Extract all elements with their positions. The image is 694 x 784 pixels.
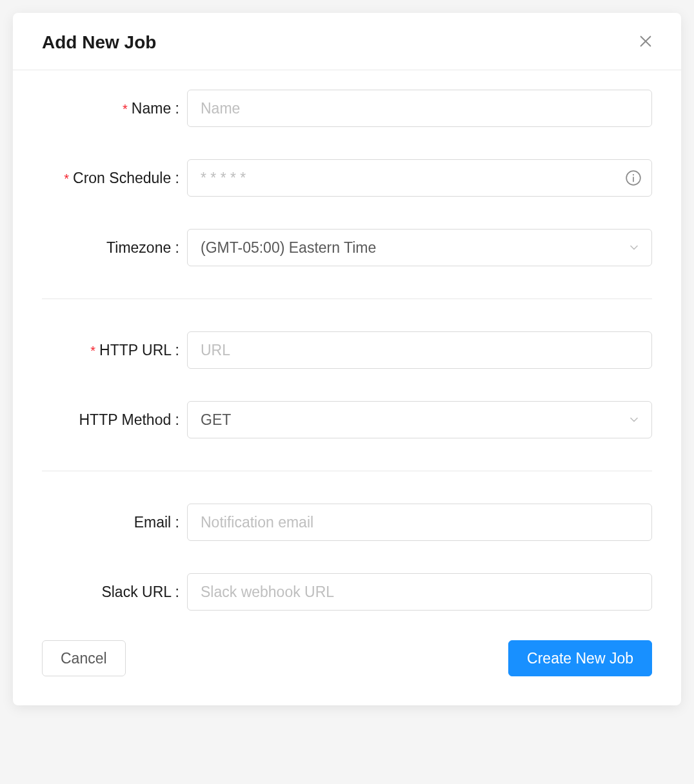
- create-job-button[interactable]: Create New Job: [508, 640, 652, 676]
- control-cron: [187, 159, 652, 197]
- name-input[interactable]: [187, 90, 652, 127]
- http-method-select[interactable]: GET: [187, 401, 652, 438]
- modal-title: Add New Job: [42, 32, 156, 53]
- control-email: [187, 504, 652, 541]
- timezone-select[interactable]: (GMT-05:00) Eastern Time: [187, 229, 652, 266]
- row-cron: *Cron Schedule :: [42, 159, 652, 197]
- slack-url-input[interactable]: [187, 573, 652, 611]
- required-mark: *: [90, 344, 95, 358]
- label-email: Email :: [42, 514, 187, 531]
- label-cron: *Cron Schedule :: [42, 170, 187, 187]
- email-input[interactable]: [187, 504, 652, 541]
- row-timezone: Timezone : (GMT-05:00) Eastern Time: [42, 229, 652, 266]
- label-http-method: HTTP Method :: [42, 411, 187, 429]
- row-email: Email :: [42, 504, 652, 541]
- modal-body: *Name : *Cron Schedule : Timezone :: [13, 70, 681, 611]
- http-url-input[interactable]: [187, 331, 652, 369]
- row-http-method: HTTP Method : GET: [42, 401, 652, 438]
- control-name: [187, 90, 652, 127]
- control-http-url: [187, 331, 652, 369]
- row-slack-url: Slack URL :: [42, 573, 652, 611]
- close-icon[interactable]: [636, 31, 655, 54]
- row-http-url: *HTTP URL :: [42, 331, 652, 369]
- modal-header: Add New Job: [13, 13, 681, 70]
- required-mark: *: [123, 102, 128, 116]
- required-mark: *: [64, 172, 69, 186]
- divider: [42, 471, 652, 471]
- modal-footer: Cancel Create New Job: [13, 640, 681, 705]
- control-timezone: (GMT-05:00) Eastern Time: [187, 229, 652, 266]
- cron-input[interactable]: [187, 159, 652, 197]
- control-http-method: GET: [187, 401, 652, 438]
- svg-point-4: [633, 174, 634, 175]
- add-job-modal: Add New Job *Name : *Cron Schedule :: [13, 13, 681, 705]
- info-icon[interactable]: [625, 170, 642, 186]
- row-name: *Name :: [42, 90, 652, 127]
- cancel-button[interactable]: Cancel: [42, 640, 126, 676]
- label-slack-url: Slack URL :: [42, 583, 187, 601]
- control-slack-url: [187, 573, 652, 611]
- label-name: *Name :: [42, 100, 187, 117]
- label-timezone: Timezone :: [42, 239, 187, 257]
- label-http-url: *HTTP URL :: [42, 342, 187, 359]
- divider: [42, 299, 652, 299]
